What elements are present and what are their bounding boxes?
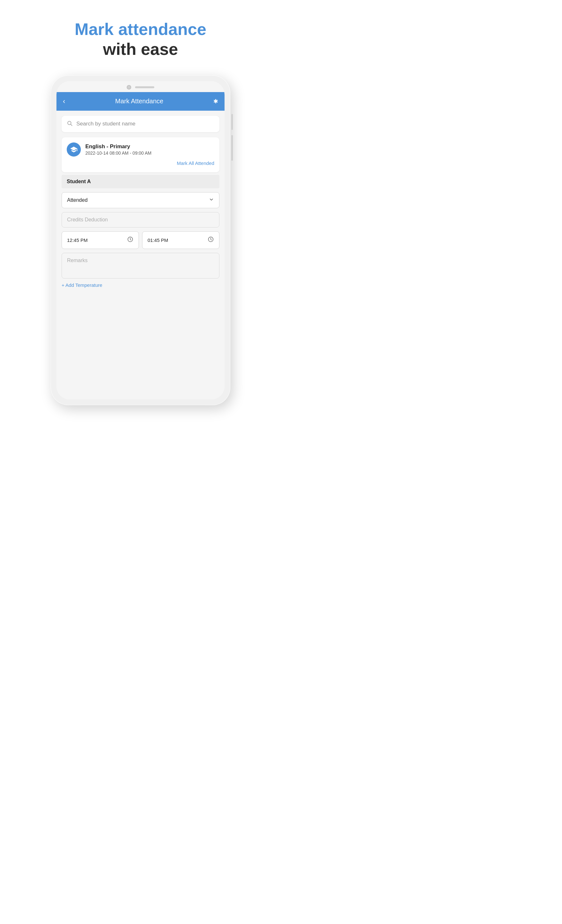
remarks-field[interactable]: Remarks: [61, 253, 219, 279]
credits-placeholder: Credits Deduction: [67, 217, 108, 222]
phone-mockup: ‹ Mark Attendance ✱ Search by student na…: [51, 75, 230, 405]
camera: [127, 85, 131, 90]
search-placeholder: Search by student name: [76, 121, 135, 127]
start-time-field[interactable]: 12:45 PM: [61, 231, 139, 249]
volume-up-button: [231, 114, 233, 130]
search-bar[interactable]: Search by student name: [61, 116, 219, 132]
back-button[interactable]: ‹: [63, 97, 65, 105]
volume-down-button: [231, 135, 233, 161]
start-clock-icon: [127, 236, 133, 244]
page-header: Mark attendance with ease: [75, 19, 206, 59]
class-name: English - Primary: [85, 143, 151, 150]
class-datetime: 2022-10-14 08:00 AM - 09:00 AM: [85, 150, 151, 156]
time-row: 12:45 PM 01:45 PM: [61, 231, 219, 249]
speaker: [135, 86, 154, 88]
bluetooth-icon[interactable]: ✱: [213, 98, 218, 105]
side-buttons: [231, 114, 233, 161]
student-header: Student A: [61, 175, 219, 188]
credits-deduction-field[interactable]: Credits Deduction: [61, 212, 219, 228]
class-info-card: English - Primary 2022-10-14 08:00 AM - …: [61, 137, 219, 172]
add-temperature-button[interactable]: + Add Temperature: [61, 282, 219, 288]
start-time-value: 12:45 PM: [67, 237, 88, 243]
page-title-dark: with ease: [75, 39, 206, 59]
class-details: English - Primary 2022-10-14 08:00 AM - …: [85, 143, 151, 156]
class-info-row: English - Primary 2022-10-14 08:00 AM - …: [67, 142, 214, 157]
mark-all-attended-button[interactable]: Mark All Attended: [67, 159, 214, 167]
search-icon: [67, 120, 72, 128]
end-time-value: 01:45 PM: [148, 237, 168, 243]
page-title-blue: Mark attendance: [75, 19, 206, 39]
chevron-down-icon: [209, 197, 214, 203]
app-header-title: Mark Attendance: [115, 98, 163, 105]
remarks-placeholder: Remarks: [67, 258, 88, 263]
phone-notch: [57, 81, 225, 92]
class-icon: [67, 142, 81, 157]
app-content: Search by student name English - Primary…: [57, 111, 225, 399]
attendance-dropdown[interactable]: Attended: [61, 192, 219, 208]
app-header: ‹ Mark Attendance ✱: [57, 92, 225, 111]
phone-inner: ‹ Mark Attendance ✱ Search by student na…: [57, 81, 225, 399]
student-name: Student A: [67, 179, 91, 184]
end-time-field[interactable]: 01:45 PM: [142, 231, 219, 249]
attendance-value: Attended: [67, 197, 88, 203]
svg-line-1: [70, 124, 72, 126]
phone-outer: ‹ Mark Attendance ✱ Search by student na…: [51, 75, 230, 405]
end-clock-icon: [208, 236, 214, 244]
